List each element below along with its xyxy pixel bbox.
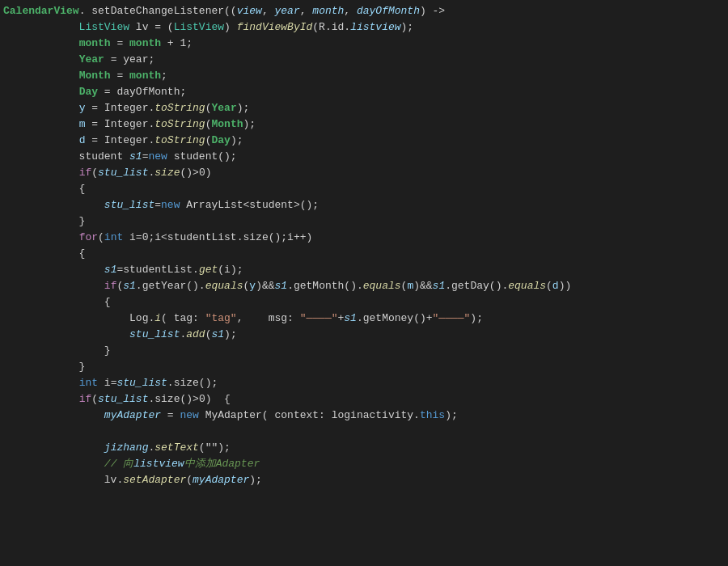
code-line: if(stu_list.size()>0) {: [0, 391, 728, 408]
code-token: {: [3, 247, 85, 260]
code-token: [3, 393, 79, 405]
code-token: toString: [154, 102, 205, 114]
code-line: stu_list.add(s1);: [0, 327, 728, 343]
code-token: s1: [433, 280, 446, 292]
code-token: "————": [300, 312, 338, 324]
code-token: {: [3, 183, 85, 195]
code-token: ListView: [3, 21, 129, 33]
code-token: )&&: [256, 280, 274, 292]
code-token: Month: [212, 118, 243, 130]
code-token: s1: [275, 280, 288, 292]
line-content: Log.i( tag: "tag", msg: "————"+s1.getMon…: [0, 310, 728, 327]
code-token: [3, 53, 79, 65]
code-token: =: [154, 199, 161, 211]
code-token: toString: [154, 118, 205, 130]
code-token: .size();i++): [237, 231, 313, 243]
code-token: [3, 264, 104, 276]
code-token: setAdapter: [123, 474, 186, 486]
code-token: Day: [212, 134, 231, 146]
code-token: , msg:: [237, 312, 300, 324]
code-token: .getDay().: [445, 280, 508, 292]
line-content: d = Integer.toString(Day);: [0, 133, 728, 149]
code-token: = Integer.: [85, 102, 154, 114]
code-token: [3, 102, 79, 114]
line-content: s1=studentList.get(i);: [0, 262, 728, 278]
line-content: y = Integer.toString(Year);: [0, 100, 728, 116]
line-content: {: [0, 181, 728, 197]
code-token: view: [237, 5, 262, 17]
code-token: equals: [363, 280, 401, 292]
code-token: ("": [199, 441, 218, 454]
code-token: [3, 86, 79, 98]
code-token: {: [3, 296, 111, 308]
code-token: (i);: [218, 264, 243, 276]
code-token: .getMoney()+: [357, 312, 433, 324]
code-token: i=: [98, 377, 116, 389]
code-token: [3, 70, 79, 82]
code-token: [3, 458, 104, 470]
line-content: if(stu_list.size()>0): [0, 165, 728, 181]
code-editor: CalendarView. setDateChangeListener((vie…: [0, 0, 728, 566]
code-token: MyAdapter( context: loginactivity.: [199, 409, 420, 421]
code-token: stu_list: [104, 199, 154, 211]
code-token: . setDateChangeListener(: [79, 5, 231, 17]
code-token: toString: [154, 134, 205, 146]
code-token: ,: [300, 5, 313, 17]
line-content: lv.setAdapter(myAdapter);: [0, 472, 728, 488]
line-content: if(s1.getYear().equals(y)&&s1.getMonth()…: [0, 278, 728, 294]
code-token: new: [161, 199, 180, 211]
code-token: = dayOfMonth;: [98, 86, 186, 98]
code-token: ,: [344, 5, 357, 17]
code-token: y: [249, 280, 256, 292]
code-token: if: [79, 167, 92, 179]
code-token: 中添加Adapter: [184, 458, 260, 470]
code-token: get: [199, 264, 218, 276]
code-token: lv =: [129, 21, 167, 33]
code-token: new: [180, 409, 198, 421]
code-token: setText: [154, 441, 199, 454]
code-token: int: [79, 377, 98, 389]
code-token: = Integer.: [85, 118, 154, 130]
code-token: ,: [262, 5, 275, 17]
code-token: (: [91, 167, 98, 179]
code-token: [3, 377, 79, 389]
code-token: (: [205, 118, 212, 130]
code-token: CalendarView: [3, 5, 79, 17]
code-token: (: [546, 280, 552, 292]
code-line: month = month + 1;: [0, 36, 728, 52]
code-line: myAdapter = new MyAdapter( context: logi…: [0, 408, 728, 424]
code-token: dayOfMonth: [357, 5, 420, 17]
code-token: i: [154, 312, 161, 324]
line-content: if(stu_list.size()>0) {: [0, 391, 728, 408]
code-token: month: [312, 5, 344, 17]
code-line: if(stu_list.size()>0): [0, 165, 728, 181]
code-token: );: [470, 312, 483, 324]
code-token: [3, 167, 79, 179]
line-content: }: [0, 213, 728, 230]
code-token: student();: [167, 150, 237, 163]
code-token: myAdapter: [104, 409, 161, 421]
code-token: [3, 37, 79, 49]
code-line: for(int i=0;i<studentList.size();i++): [0, 230, 728, 246]
line-content: // 向listview中添加Adapter: [0, 456, 728, 472]
code-token: [3, 328, 129, 340]
code-token: Year: [212, 102, 237, 114]
code-token: );: [237, 102, 250, 114]
code-token: "tag": [205, 312, 237, 324]
code-token: equals: [205, 280, 243, 292]
code-line: ListView lv = (ListView) findViewById(R.…: [0, 19, 728, 36]
code-token: stu_list: [116, 377, 167, 389]
code-token: }: [3, 215, 85, 227]
code-token: .size()>0) {: [148, 393, 230, 405]
code-token: s1: [123, 280, 136, 292]
code-line: {: [0, 246, 728, 262]
code-token: .: [193, 264, 199, 276]
code-line: }: [0, 213, 728, 230]
code-token: [3, 441, 104, 454]
code-token: }: [3, 344, 111, 357]
code-token: student: [3, 150, 129, 163]
code-line: Year = year;: [0, 52, 728, 68]
line-content: for(int i=0;i<studentList.size();i++): [0, 230, 728, 246]
code-token: ()>0): [180, 167, 212, 179]
code-token: )&&: [413, 280, 432, 292]
